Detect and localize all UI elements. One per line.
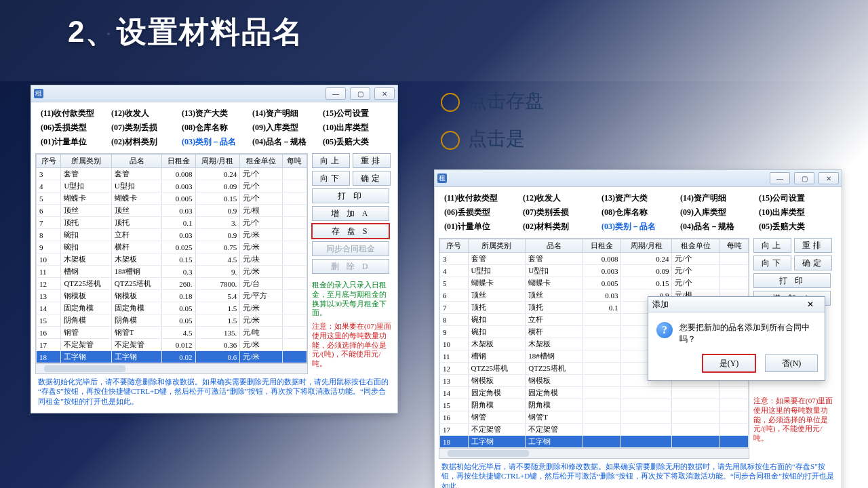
table-row[interactable]: 4U型扣U型扣0.0030.09元/个 (440, 265, 749, 277)
dialog-close-button[interactable]: ✕ (807, 300, 821, 309)
horizontal-scrollbar[interactable] (36, 363, 307, 373)
table-row[interactable]: 4U型扣U型扣0.0030.09元/个 (37, 180, 307, 192)
close-button[interactable]: ✕ (818, 172, 839, 184)
col-period[interactable]: 周期/月租 (621, 239, 672, 253)
reorder-button[interactable]: 重排 (794, 238, 832, 253)
table-row[interactable]: 3套管套管0.0080.24元/个 (37, 168, 307, 180)
tab-10[interactable]: (10)出库类型 (320, 121, 391, 135)
col-daily[interactable]: 日租金 (583, 239, 621, 253)
table-row[interactable]: 14固定角模固定角模 (440, 387, 749, 399)
close-button[interactable]: ✕ (374, 87, 395, 100)
print-button[interactable]: 打 印 (312, 188, 389, 203)
tab-06[interactable]: (06)丢损类型 (38, 121, 108, 135)
tab-02[interactable]: (02)材料类别 (108, 135, 179, 149)
table-row[interactable]: 18工字钢工字钢0.020.6元/米 (37, 351, 307, 363)
tab-06[interactable]: (06)丢损类型 (441, 205, 520, 220)
tab-13[interactable]: (13)资产大类 (599, 191, 677, 205)
tab-04[interactable]: (04)品名－规格 (677, 220, 756, 234)
tab-12[interactable]: (12)收发人 (108, 106, 179, 121)
down-button[interactable]: 向下 (753, 256, 791, 270)
cell: 5.4 (195, 290, 240, 302)
tab-13[interactable]: (13)资产大类 (179, 106, 250, 121)
tab-03[interactable]: (03)类别－品名 (599, 220, 677, 234)
ok-button[interactable]: 确定 (353, 171, 391, 186)
tab-08[interactable]: (08)仓库名称 (179, 121, 250, 135)
table-row[interactable]: 15阴角模阴角模0.051.5元/米 (37, 314, 307, 327)
col-period[interactable]: 周期/月租 (195, 155, 240, 168)
minimize-button[interactable]: — (326, 87, 346, 100)
table-row[interactable]: 14固定角模固定角模0.051.5元/米 (37, 302, 307, 314)
cell (672, 436, 720, 448)
print-button[interactable]: 打 印 (753, 273, 831, 288)
up-button[interactable]: 向上 (312, 153, 350, 168)
dialog-no-button[interactable]: 否(N) (765, 354, 818, 372)
table-row[interactable]: 6顶丝顶丝0.030.9元/根 (37, 205, 307, 217)
table-row[interactable]: 10木架板木架板0.154.5元/块 (37, 253, 307, 266)
col-perton[interactable]: 每吨 (282, 155, 307, 168)
col-daily[interactable]: 日租金 (162, 155, 195, 168)
col-name[interactable]: 品名 (526, 239, 583, 253)
tab-02[interactable]: (02)材料类别 (520, 220, 599, 234)
table-row[interactable]: 12QTZ25塔机QTZ25塔机260.7800.元/台 (37, 278, 307, 290)
horizontal-scrollbar[interactable] (439, 448, 749, 458)
up-button[interactable]: 向上 (753, 238, 791, 253)
tab-09[interactable]: (09)入库类型 (250, 121, 320, 135)
table-row[interactable]: 11槽钢18#槽钢0.39.元/米 (37, 266, 307, 278)
tab-11[interactable]: (11)收付款类型 (441, 191, 520, 205)
cell (720, 265, 749, 277)
col-perton[interactable]: 每吨 (720, 239, 749, 253)
table-row[interactable]: 17不定架管不定架管 (440, 424, 749, 436)
tab-12[interactable]: (12)收发人 (520, 191, 599, 205)
col-unit[interactable]: 租金单位 (240, 155, 282, 168)
dialog-yes-button[interactable]: 是(Y) (703, 354, 755, 372)
tab-07[interactable]: (07)类别丢损 (520, 205, 599, 220)
col-cat[interactable]: 所属类别 (468, 239, 526, 253)
tab-05[interactable]: (05)丢赔大类 (320, 135, 391, 149)
tab-07[interactable]: (07)类别丢损 (108, 121, 179, 135)
table-row[interactable]: 8碗扣立杆0.030.9元/米 (37, 229, 307, 241)
col-seq[interactable]: 序号 (37, 155, 61, 168)
tab-01[interactable]: (01)计量单位 (38, 135, 108, 149)
tab-04[interactable]: (04)品名－规格 (250, 135, 320, 149)
sync-button[interactable]: 同步合同租金 (312, 241, 389, 256)
tab-05[interactable]: (05)丢赔大类 (756, 220, 835, 234)
table-row[interactable]: 7顶托顶托0.13.元/个 (37, 217, 307, 229)
save-button[interactable]: 存 盘 S (312, 224, 389, 239)
tab-14[interactable]: (14)资产明细 (677, 191, 756, 205)
maximize-button[interactable]: ▢ (794, 172, 814, 184)
cell: 元/个 (240, 217, 282, 229)
tab-01[interactable]: (01)计量单位 (441, 220, 520, 234)
add-button[interactable]: 增 加 A (312, 206, 389, 221)
tab-15[interactable]: (15)公司设置 (320, 106, 391, 121)
minimize-button[interactable]: — (770, 172, 790, 184)
table-row[interactable]: 3套管套管0.0080.24元/个 (440, 253, 749, 265)
table-row[interactable]: 18工字钢工字钢 (440, 436, 749, 448)
col-seq[interactable]: 序号 (440, 239, 469, 253)
tab-10[interactable]: (10)出库类型 (756, 205, 835, 220)
ok-button[interactable]: 确定 (794, 256, 832, 270)
table-row[interactable]: 16钢管钢管T4.5135.元/吨 (37, 327, 307, 339)
tab-bar: (11)收付款类型 (12)收发人 (13)资产大类 (14)资产明细 (15)… (31, 102, 397, 150)
col-name[interactable]: 品名 (111, 155, 161, 168)
cell: 16 (440, 411, 469, 424)
table-row[interactable]: 17不定架管不定架管0.0120.36元/米 (37, 339, 307, 351)
delete-button[interactable]: 删 除 D (312, 259, 389, 274)
tab-15[interactable]: (15)公司设置 (756, 191, 835, 205)
reorder-button[interactable]: 重排 (353, 153, 391, 168)
cell: 17 (440, 424, 469, 436)
tab-11[interactable]: (11)收付款类型 (38, 106, 108, 121)
col-unit[interactable]: 租金单位 (672, 239, 720, 253)
table-row[interactable]: 13钢模板钢模板0.185.4元/平方 (37, 290, 307, 302)
tab-09[interactable]: (09)入库类型 (677, 205, 756, 220)
down-button[interactable]: 向下 (312, 171, 350, 186)
tab-14[interactable]: (14)资产明细 (250, 106, 320, 121)
tab-08[interactable]: (08)仓库名称 (599, 205, 677, 220)
col-cat[interactable]: 所属类别 (61, 155, 111, 168)
table-row[interactable]: 15阴角模阴角模 (440, 399, 749, 411)
maximize-button[interactable]: ▢ (350, 87, 370, 100)
tab-03[interactable]: (03)类别－品名 (179, 135, 250, 149)
table-row[interactable]: 5蝴蝶卡蝴蝶卡0.0050.15元/个 (37, 192, 307, 205)
table-row[interactable]: 9碗扣横杆0.0250.75元/米 (37, 241, 307, 253)
table-row[interactable]: 16钢管钢管T (440, 411, 749, 424)
table-row[interactable]: 5蝴蝶卡蝴蝶卡0.0050.15元/个 (440, 277, 749, 289)
